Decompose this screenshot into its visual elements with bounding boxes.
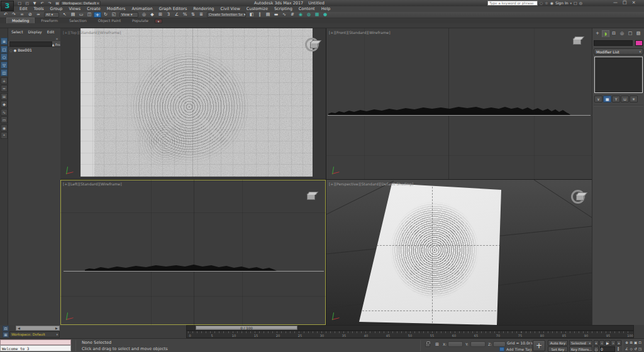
displaced-plane-front-silhouette[interactable] (326, 100, 592, 116)
orbit-view-icon[interactable]: ↺ (633, 346, 638, 352)
sign-in-dropdown-icon[interactable]: ▾ (570, 1, 572, 5)
named-selection-sets-dropdown[interactable]: Create Selection Se ▾ (207, 12, 246, 18)
community-icon[interactable]: ☆ (545, 1, 548, 5)
menu-content[interactable]: Content (296, 6, 318, 12)
ribbon-toggle-icon[interactable]: ▬ (272, 12, 280, 18)
menu-civil-view[interactable]: Civil View (217, 6, 243, 12)
viewport-perspective[interactable]: [+][Perspective][Standard][Default Shadi… (326, 180, 592, 325)
viewcube[interactable] (307, 194, 315, 200)
tab-motion[interactable]: ◎ (618, 30, 626, 37)
reference-coordinate-system-dropdown[interactable]: View ▾ (119, 12, 138, 18)
angle-snap-toggle-icon[interactable]: ∠ (173, 12, 180, 18)
go-to-end-button[interactable]: » (616, 340, 621, 346)
filter-containers-icon[interactable]: ▭ (1, 116, 8, 123)
tab-display[interactable]: □ (626, 30, 634, 37)
next-frame-button[interactable]: › (611, 340, 616, 346)
ribbon-tab-object-paint[interactable]: Object Paint (93, 18, 126, 23)
curve-editor-icon[interactable]: ∿ (280, 12, 288, 18)
ribbon-options-icon[interactable]: ▾ (155, 19, 162, 23)
scroll-right-icon[interactable]: ▶ (54, 326, 59, 330)
object-name-field[interactable] (594, 40, 633, 46)
maxscript-mini-listener[interactable]: Welcome to 3 (0, 345, 71, 351)
isolate-selection-toggle[interactable]: ⊡ (3, 326, 9, 331)
apps-icon[interactable]: □ (574, 1, 577, 5)
key-filters-button[interactable]: Key Filters... (569, 346, 592, 352)
snaps-toggle-3d-icon[interactable]: 3 (165, 12, 172, 18)
filter-space-warps-icon[interactable]: ≈ (1, 85, 8, 92)
z-coord-field[interactable] (493, 341, 506, 347)
search-go-icon[interactable]: ◌ (540, 1, 543, 5)
displaced-plane-top-view[interactable] (80, 28, 313, 177)
filter-bones-icon[interactable]: ∿ (1, 109, 8, 116)
bind-to-space-warp-icon[interactable]: ≈ (35, 12, 42, 18)
absolute-offset-toggle-icon[interactable]: ⊞ (434, 341, 440, 348)
rendered-frame-window-icon[interactable]: ▦ (313, 12, 321, 18)
menu-scripting[interactable]: Scripting (271, 6, 296, 12)
viewcube-cube-icon[interactable] (310, 42, 318, 48)
time-slider[interactable]: 0 / 100 (186, 325, 634, 331)
viewport-perspective-label[interactable]: [+][Perspective][Standard][Default Shadi… (329, 182, 413, 186)
field-of-view-icon[interactable]: ∠ (625, 346, 629, 352)
select-object-icon[interactable]: ↖ (61, 12, 69, 18)
displaced-plane-left-silhouette[interactable] (60, 260, 326, 274)
ribbon-tab-selection[interactable]: Selection (64, 18, 92, 23)
filter-shapes-icon[interactable]: ○ (1, 53, 8, 60)
material-editor-icon[interactable]: ◉ (297, 12, 304, 18)
viewport-front-label[interactable]: [+][Front][Standard][Wireframe] (329, 30, 391, 35)
menu-animation[interactable]: Animation (129, 6, 156, 12)
time-slider-thumb[interactable]: 0 / 100 (196, 326, 297, 330)
help-search-input[interactable] (487, 1, 538, 6)
keyboard-shortcut-override-icon[interactable]: ⊞ (157, 12, 164, 18)
viewport-top-label[interactable]: [+][Top][Standard][Wireframe] (63, 30, 121, 35)
ribbon-tab-populate[interactable]: Populate (127, 18, 153, 23)
select-and-rotate-icon[interactable]: ↻ (102, 12, 109, 18)
tab-create[interactable]: + (594, 30, 601, 37)
tab-hierarchy[interactable]: ⊟ (610, 30, 618, 37)
ribbon-tab-modeling[interactable]: Modeling (6, 18, 35, 23)
frame-spinner[interactable]: ▲▼ (616, 346, 620, 352)
save-file-icon[interactable]: ▼ (31, 1, 38, 6)
current-frame-field[interactable] (600, 346, 615, 352)
play-animation-button[interactable]: ▶ (605, 340, 610, 346)
x-coord-field[interactable] (448, 341, 463, 347)
show-end-result-button[interactable]: ▦ (603, 96, 611, 102)
filter-cameras-icon[interactable]: ◫ (1, 69, 8, 76)
project-folder-icon[interactable]: ▤ (54, 1, 60, 6)
new-scene-icon[interactable]: □ (16, 1, 23, 6)
pin-stack-button[interactable]: ∨ (594, 96, 602, 102)
y-coord-field[interactable] (470, 341, 486, 347)
modifier-list-dropdown[interactable]: Modifier List▾ (594, 48, 643, 55)
select-and-manipulate-icon[interactable]: ◆ (148, 12, 156, 18)
selection-lock-toggle[interactable]: ⊞ (3, 332, 9, 338)
mirror-icon[interactable]: ◧ (248, 12, 255, 18)
explorer-horizontal-scrollbar[interactable]: ◀ ▶ (16, 326, 60, 331)
undo-scene-icon[interactable]: ↶ (39, 1, 45, 6)
menu-views[interactable]: Views (65, 6, 84, 12)
remove-modifier-button[interactable]: ⊔ (621, 96, 629, 102)
3ds-max-logo[interactable]: 3 (1, 1, 14, 11)
visibility-icon[interactable]: ◌ (9, 48, 13, 52)
viewcube-cube-icon[interactable] (576, 194, 584, 201)
minimize-button[interactable]: — (613, 0, 618, 6)
selection-filter-dropdown[interactable]: All ▾ (44, 12, 59, 18)
edit-named-selection-sets-icon[interactable]: ≣ (197, 12, 205, 18)
menu-tools[interactable]: Tools (31, 6, 47, 12)
viewcube[interactable] (305, 38, 319, 52)
select-and-move-icon[interactable]: + (94, 12, 101, 18)
percent-snap-toggle-icon[interactable]: % (181, 12, 189, 18)
unlink-selection-icon[interactable]: ⊘ (26, 12, 34, 18)
add-time-tag[interactable]: Add Time Tag (506, 347, 531, 351)
ribbon-tab-freeform[interactable]: Freeform (36, 18, 63, 23)
zoom-icon[interactable]: ⊕ (625, 340, 629, 346)
workspace-selector-bottom[interactable]: Workspace: Default▾ (9, 331, 60, 338)
filter-lights-icon[interactable]: ▽ (1, 62, 8, 69)
track-bar[interactable]: 0510152025303540455055606570758085909510… (186, 331, 634, 338)
scroll-left-icon[interactable]: ◀ (16, 326, 21, 330)
select-by-name-icon[interactable]: ▤ (69, 12, 77, 18)
schematic-view-icon[interactable]: # (289, 12, 296, 18)
key-mode-toggle-icon[interactable]: ○ (594, 346, 599, 352)
menu-modifiers[interactable]: Modifiers (104, 6, 129, 12)
maxscript-macro-recorder[interactable] (0, 339, 71, 345)
set-keys-button[interactable]: + (533, 340, 545, 351)
viewcube[interactable] (571, 190, 585, 204)
